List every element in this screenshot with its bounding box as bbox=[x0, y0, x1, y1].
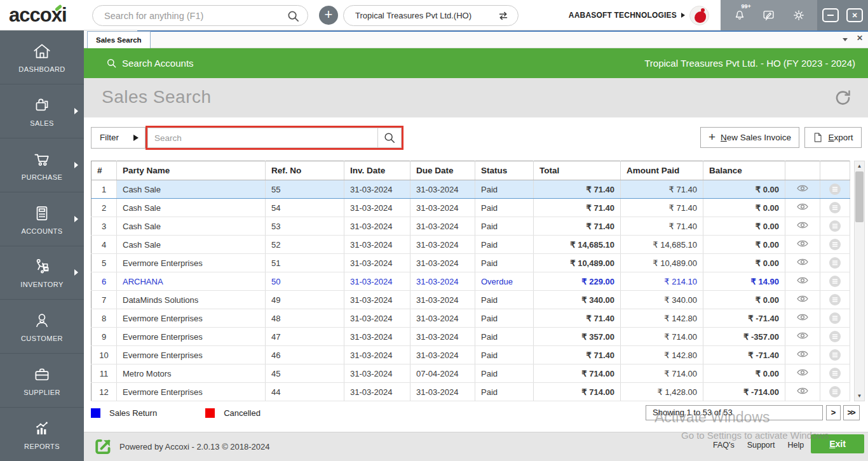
table-row[interactable]: 8 Evermore Enterprises 48 31-03-2024 31-… bbox=[92, 309, 850, 328]
view-invoice-button[interactable] bbox=[785, 254, 820, 272]
table-row[interactable]: 9 Evermore Enterprises 47 31-03-2024 31-… bbox=[92, 328, 850, 346]
customer-person-icon bbox=[32, 311, 52, 331]
table-row[interactable]: 6 ARCHANA 50 31-03-2024 31-03-2024 Overd… bbox=[92, 272, 850, 291]
tab-close-icon[interactable]: ✕ bbox=[857, 34, 863, 43]
view-invoice-button[interactable] bbox=[785, 328, 820, 346]
row-actions-button[interactable] bbox=[820, 236, 850, 254]
col-header-party-name[interactable]: Party Name bbox=[117, 161, 266, 180]
row-actions-button[interactable] bbox=[820, 364, 850, 383]
eye-icon bbox=[796, 220, 809, 230]
col-header-due-date[interactable]: Due Date bbox=[410, 161, 475, 180]
scrollbar-thumb[interactable] bbox=[855, 171, 864, 222]
global-search-input[interactable] bbox=[104, 6, 282, 25]
messages-button[interactable] bbox=[758, 4, 780, 26]
quick-add-button[interactable]: + bbox=[319, 6, 338, 25]
row-actions-button[interactable] bbox=[820, 328, 850, 346]
switch-company-icon[interactable] bbox=[497, 10, 510, 25]
col-header-total[interactable]: Total bbox=[534, 161, 621, 180]
row-actions-button[interactable] bbox=[820, 217, 850, 236]
row-actions-button[interactable] bbox=[820, 291, 850, 309]
chevron-right-icon bbox=[74, 269, 78, 276]
col-header-ref-no[interactable]: Ref. No bbox=[266, 161, 344, 180]
company-selector-value: Tropical Treasures Pvt Ltd.(HO) bbox=[355, 11, 471, 20]
sidebar-item-dashboard[interactable]: DASHBOARD bbox=[0, 30, 84, 84]
eye-icon bbox=[796, 312, 809, 322]
filter-dropdown[interactable]: Filter bbox=[91, 127, 146, 149]
row-actions-button[interactable] bbox=[820, 346, 850, 364]
avatar[interactable] bbox=[689, 6, 709, 25]
sales-bag-icon bbox=[32, 95, 52, 116]
scroll-up-icon[interactable]: ▲ bbox=[855, 161, 864, 171]
table-row[interactable]: 11 Metro Motors 45 31-03-2024 07-04-2024… bbox=[92, 364, 850, 383]
scroll-down-icon[interactable]: ▼ bbox=[855, 391, 864, 401]
close-button[interactable]: ✕ bbox=[846, 8, 863, 22]
sidebar-item-inventory[interactable]: INVENTORY bbox=[0, 246, 84, 300]
view-invoice-button[interactable] bbox=[785, 346, 820, 364]
next-page-button[interactable]: > bbox=[826, 405, 841, 420]
company-selector[interactable]: Tropical Treasures Pvt Ltd.(HO) bbox=[343, 5, 519, 26]
tab-sales-search[interactable]: Sales Search bbox=[87, 31, 151, 48]
view-invoice-button[interactable] bbox=[785, 199, 820, 217]
view-invoice-button[interactable] bbox=[785, 383, 820, 401]
table-row[interactable]: 10 Evermore Enterprises 46 31-03-2024 31… bbox=[92, 346, 850, 364]
table-row[interactable]: 1 Cash Sale 55 31-03-2024 31-03-2024 Pai… bbox=[92, 180, 850, 199]
eye-icon bbox=[796, 331, 809, 340]
view-invoice-button[interactable] bbox=[785, 180, 820, 199]
tab-list-dropdown-icon[interactable] bbox=[843, 38, 848, 41]
row-actions-button[interactable] bbox=[820, 383, 850, 401]
sidebar-item-accounts[interactable]: ACCOUNTS bbox=[0, 192, 84, 246]
row-actions-button[interactable] bbox=[820, 180, 850, 199]
support-link[interactable]: Support bbox=[747, 441, 775, 450]
table-row[interactable]: 4 Cash Sale 52 31-03-2024 31-03-2024 Pai… bbox=[92, 236, 850, 254]
view-invoice-button[interactable] bbox=[785, 236, 820, 254]
user-area[interactable]: AABASOFT TECHNOLOGIES bbox=[559, 0, 709, 30]
table-row[interactable]: 12 Evermore Enterprises 44 31-03-2024 31… bbox=[92, 383, 850, 401]
help-link[interactable]: Help bbox=[787, 441, 804, 450]
col-header-balance[interactable]: Balance bbox=[703, 161, 785, 180]
table-row[interactable]: 3 Cash Sale 53 31-03-2024 31-03-2024 Pai… bbox=[92, 217, 850, 236]
sales-table-body: 1 Cash Sale 55 31-03-2024 31-03-2024 Pai… bbox=[92, 180, 850, 401]
row-actions-button[interactable] bbox=[820, 309, 850, 328]
col-header-amount-paid[interactable]: Amount Paid bbox=[621, 161, 703, 180]
settings-button[interactable] bbox=[788, 4, 810, 26]
row-menu-icon bbox=[829, 367, 841, 380]
view-invoice-button[interactable] bbox=[785, 364, 820, 383]
sidebar-item-reports[interactable]: REPORTS bbox=[0, 408, 84, 461]
export-button[interactable]: Export bbox=[804, 127, 862, 148]
last-page-button[interactable]: >> bbox=[843, 405, 860, 420]
topbar-icon-panel: 99+ bbox=[721, 0, 817, 30]
exit-button[interactable]: Exit bbox=[811, 434, 864, 453]
sidebar-item-purchase[interactable]: PURCHASE bbox=[0, 138, 84, 192]
table-search-button[interactable] bbox=[377, 128, 402, 148]
table-row[interactable]: 2 Cash Sale 54 31-03-2024 31-03-2024 Pai… bbox=[92, 199, 850, 217]
view-invoice-button[interactable] bbox=[785, 217, 820, 236]
chevron-right-icon bbox=[74, 108, 78, 114]
new-sales-invoice-button[interactable]: + New Sales Invoice bbox=[700, 127, 799, 148]
table-search-input[interactable] bbox=[147, 128, 377, 148]
notifications-button[interactable]: 99+ bbox=[729, 4, 750, 26]
plus-icon: + bbox=[709, 130, 715, 144]
col-header-index[interactable]: # bbox=[92, 161, 117, 180]
search-accounts-button[interactable]: Search Accounts bbox=[106, 58, 194, 69]
table-row[interactable]: 7 DataMinds Solutions 49 31-03-2024 31-0… bbox=[92, 291, 850, 309]
window-controls: ✕ bbox=[817, 0, 868, 30]
row-actions-button[interactable] bbox=[820, 272, 850, 291]
view-invoice-button[interactable] bbox=[785, 291, 820, 309]
row-actions-button[interactable] bbox=[820, 199, 850, 217]
content-area: Filter + New Sales Invoice Export bbox=[84, 117, 868, 432]
row-actions-button[interactable] bbox=[820, 254, 850, 272]
faq-link[interactable]: FAQ's bbox=[713, 441, 735, 450]
col-header-inv-date[interactable]: Inv. Date bbox=[344, 161, 410, 180]
sidebar-item-sales[interactable]: SALES bbox=[0, 84, 84, 138]
view-invoice-button[interactable] bbox=[785, 272, 820, 291]
sidebar-item-customer[interactable]: CUSTOMER bbox=[0, 300, 84, 354]
col-header-status[interactable]: Status bbox=[475, 161, 534, 180]
refresh-button[interactable] bbox=[832, 87, 853, 110]
view-invoice-button[interactable] bbox=[785, 309, 820, 328]
search-icon[interactable] bbox=[287, 10, 300, 25]
sidebar-item-supplier[interactable]: SUPPLIER bbox=[0, 354, 84, 408]
table-scrollbar[interactable]: ▲ ▼ bbox=[854, 161, 865, 401]
eye-icon bbox=[796, 257, 809, 267]
table-row[interactable]: 5 Evermore Enterprises 51 31-03-2024 31-… bbox=[92, 254, 850, 272]
minimize-button[interactable] bbox=[822, 8, 839, 22]
